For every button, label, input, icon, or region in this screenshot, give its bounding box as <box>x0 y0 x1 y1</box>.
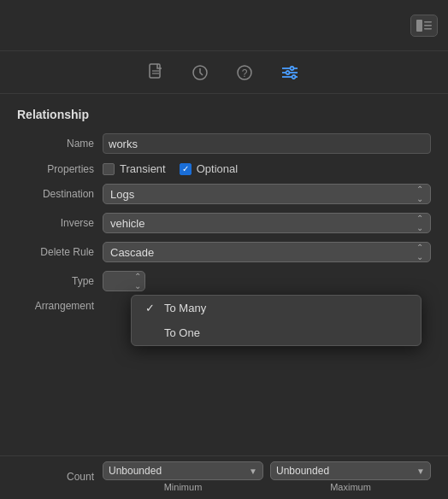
svg-rect-0 <box>416 20 422 32</box>
svg-rect-1 <box>424 21 432 23</box>
inverse-value: vehicle <box>110 217 144 230</box>
top-bar <box>0 0 448 51</box>
help-icon[interactable]: ? <box>236 64 253 81</box>
count-section: Count Unbounded ▼ Minimum Unbounded ▼ Ma… <box>0 455 448 499</box>
type-select[interactable]: ⌃⌄ <box>103 271 145 291</box>
minimum-sublabel: Minimum <box>103 482 263 492</box>
count-fields: Unbounded ▼ Minimum Unbounded ▼ Maximum <box>103 461 431 492</box>
properties-row: Properties Transient ✓ Optional <box>17 162 431 175</box>
checkmark-icon: ✓ <box>182 165 189 173</box>
type-arrow-icon: ⌃⌄ <box>134 272 141 291</box>
arrangement-label: Arrangement <box>17 300 103 312</box>
inverse-row: Inverse vehicle ⌃⌄ <box>17 213 431 233</box>
destination-arrow-icon: ⌃⌄ <box>416 185 423 203</box>
svg-rect-2 <box>424 25 432 26</box>
maximum-value: Unbounded <box>276 465 329 477</box>
svg-text:?: ? <box>242 68 248 79</box>
delete-rule-label: Delete Rule <box>17 246 103 258</box>
type-label: Type <box>17 275 103 287</box>
delete-rule-row: Delete Rule Cascade ⌃⌄ <box>17 242 431 262</box>
transient-checkbox[interactable] <box>103 163 115 175</box>
inverse-label: Inverse <box>17 217 103 229</box>
history-icon[interactable] <box>192 64 209 81</box>
count-maximum-select[interactable]: Unbounded ▼ <box>270 461 431 480</box>
maximum-sublabel: Maximum <box>270 482 431 492</box>
destination-value: Logs <box>110 188 134 201</box>
count-minimum-select[interactable]: Unbounded ▼ <box>103 461 263 480</box>
svg-point-12 <box>291 67 294 70</box>
properties-label: Properties <box>17 163 103 175</box>
type-dropdown: ✓ To Many ✓ To One <box>131 295 421 346</box>
name-row: Name <box>17 133 431 154</box>
toolbar: ? <box>0 51 448 94</box>
to-many-checkmark: ✓ <box>144 302 156 314</box>
optional-label: Optional <box>197 162 238 175</box>
dropdown-item-to-one[interactable]: ✓ To One <box>132 320 421 345</box>
to-one-label: To One <box>164 326 200 339</box>
count-row: Count Unbounded ▼ Minimum Unbounded ▼ Ma… <box>17 461 431 492</box>
file-icon[interactable] <box>149 63 164 82</box>
count-maximum-wrap: Unbounded ▼ Maximum <box>270 461 431 492</box>
delete-rule-select[interactable]: Cascade ⌃⌄ <box>103 242 431 262</box>
sidebar-toggle-icon <box>416 20 432 32</box>
count-label: Count <box>17 471 103 483</box>
type-row: Type ⌃⌄ <box>17 271 431 291</box>
sidebar-toggle-button[interactable] <box>410 15 438 37</box>
destination-select[interactable]: Logs ⌃⌄ <box>103 184 431 204</box>
optional-checkbox[interactable]: ✓ <box>180 163 192 175</box>
filter-icon[interactable] <box>280 65 299 80</box>
transient-checkbox-item[interactable]: Transient <box>103 162 166 175</box>
to-many-label: To Many <box>164 302 206 314</box>
transient-label: Transient <box>120 162 166 175</box>
name-input[interactable] <box>103 133 431 154</box>
minimum-arrow-icon: ▼ <box>249 467 257 476</box>
section-title: Relationship <box>17 108 431 121</box>
name-label: Name <box>17 138 103 150</box>
svg-point-15 <box>286 71 290 74</box>
svg-rect-3 <box>424 28 432 30</box>
destination-label: Destination <box>17 188 103 200</box>
count-minimum-wrap: Unbounded ▼ Minimum <box>103 461 263 492</box>
minimum-value: Unbounded <box>109 465 162 477</box>
properties-checkboxes: Transient ✓ Optional <box>103 162 431 175</box>
inverse-arrow-icon: ⌃⌄ <box>416 214 423 232</box>
main-content: Relationship Name Properties Transient ✓… <box>0 94 448 334</box>
destination-row: Destination Logs ⌃⌄ <box>17 184 431 204</box>
delete-rule-arrow-icon: ⌃⌄ <box>416 243 423 261</box>
dropdown-item-to-many[interactable]: ✓ To Many <box>132 296 421 320</box>
svg-point-18 <box>292 75 296 79</box>
delete-rule-value: Cascade <box>110 246 154 259</box>
inverse-select[interactable]: vehicle ⌃⌄ <box>103 213 431 233</box>
maximum-arrow-icon: ▼ <box>416 467 425 476</box>
optional-checkbox-item[interactable]: ✓ Optional <box>180 162 238 175</box>
